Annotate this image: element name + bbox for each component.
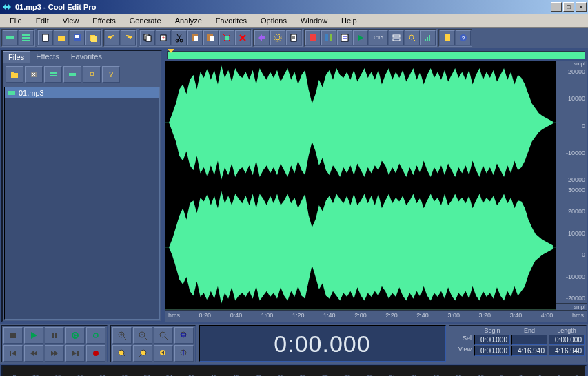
go-start-button[interactable] xyxy=(3,345,23,362)
minimize-button[interactable]: _ xyxy=(551,2,562,12)
properties-button[interactable] xyxy=(286,30,301,45)
zoom-controls-button[interactable] xyxy=(405,30,420,45)
trim-button[interactable] xyxy=(219,30,234,45)
edit-file-button[interactable] xyxy=(63,66,81,83)
undo-button[interactable] xyxy=(105,30,120,45)
rewind-button[interactable] xyxy=(24,345,43,362)
view-length[interactable]: 4:16.940 xyxy=(549,346,585,356)
edit-view-button[interactable] xyxy=(3,30,18,45)
file-item[interactable]: 01.mp3 xyxy=(5,87,159,98)
tab-effects[interactable]: Effects xyxy=(30,51,65,63)
close-file-button[interactable] xyxy=(25,66,43,83)
zoom-out-button[interactable] xyxy=(133,327,152,344)
settings-button[interactable] xyxy=(270,30,285,45)
transport-button[interactable] xyxy=(353,30,368,45)
play-view-button[interactable] xyxy=(65,327,85,344)
view-end[interactable]: 4:16.940 xyxy=(511,346,547,356)
record-button[interactable] xyxy=(86,345,105,362)
menu-window[interactable]: Window xyxy=(294,15,334,26)
time-display[interactable]: 0:00.000 xyxy=(199,325,446,362)
svg-rect-31 xyxy=(393,35,400,37)
copy-new-button[interactable]: + xyxy=(156,30,171,45)
view-begin[interactable]: 0:00.000 xyxy=(474,346,510,356)
svg-point-70 xyxy=(141,350,146,355)
svg-rect-51 xyxy=(52,333,54,338)
svg-point-14 xyxy=(180,39,183,42)
save-button[interactable] xyxy=(70,30,85,45)
menu-favorites[interactable]: Favorites xyxy=(209,15,254,26)
zoom-vertical-button[interactable] xyxy=(174,345,194,362)
insert-multitrack-button[interactable] xyxy=(44,66,62,83)
tab-files[interactable]: Files xyxy=(3,51,30,63)
zoom-full-button[interactable] xyxy=(154,327,173,344)
maximize-button[interactable]: □ xyxy=(563,2,574,12)
waveform-right-channel[interactable] xyxy=(165,185,556,310)
open-file-button[interactable] xyxy=(6,66,23,83)
menu-options[interactable]: Options xyxy=(254,15,294,26)
organizer-button[interactable] xyxy=(321,30,336,45)
menu-analyze[interactable]: Analyze xyxy=(168,15,209,26)
batch-button[interactable] xyxy=(85,30,101,45)
svg-rect-36 xyxy=(427,37,428,41)
menu-edit[interactable]: Edit xyxy=(29,15,56,26)
level-meter[interactable]: dB-72-69-66-63-60-57-54-51-48-45-42-39-3… xyxy=(1,365,587,376)
scripts-button[interactable] xyxy=(440,30,455,45)
level-meters-button[interactable] xyxy=(420,30,436,45)
play-button[interactable] xyxy=(24,327,43,344)
waveform-display[interactable] xyxy=(165,61,556,310)
multitrack-view-button[interactable] xyxy=(19,30,34,45)
stop-button[interactable] xyxy=(3,327,23,344)
advanced-options-button[interactable]: ⚙ xyxy=(83,66,101,83)
svg-rect-16 xyxy=(194,36,198,41)
zoom-selection-button[interactable] xyxy=(174,327,194,344)
convert-button[interactable] xyxy=(254,30,270,45)
overview-marker[interactable] xyxy=(168,49,174,53)
svg-rect-26 xyxy=(325,34,328,41)
svg-rect-3 xyxy=(22,40,30,41)
delete-button[interactable] xyxy=(235,30,250,45)
svg-rect-42 xyxy=(50,72,57,74)
svg-point-56 xyxy=(93,351,99,356)
go-end-button[interactable] xyxy=(65,345,85,362)
file-help-button[interactable]: ? xyxy=(102,66,120,83)
fast-forward-button[interactable] xyxy=(45,345,64,362)
zoom-in-left-button[interactable] xyxy=(112,345,132,362)
file-name: 01.mp3 xyxy=(19,89,44,97)
spectral-view-button[interactable] xyxy=(305,30,321,45)
svg-rect-18 xyxy=(210,36,214,41)
sel-view-button[interactable] xyxy=(389,30,404,45)
sel-length[interactable]: 0:00.000 xyxy=(549,335,585,345)
time-button[interactable]: 0:15 xyxy=(369,30,388,45)
titlebar[interactable]: 01.mp3 - Cool Edit Pro _ □ × xyxy=(0,0,588,14)
new-button[interactable] xyxy=(38,30,53,45)
copy-button[interactable] xyxy=(140,30,155,45)
mix-paste-button[interactable] xyxy=(203,30,219,45)
menu-effects[interactable]: Effects xyxy=(85,15,122,26)
help-button[interactable]: ? xyxy=(456,30,471,45)
cue-list-button[interactable] xyxy=(337,30,352,45)
overview-bar[interactable] xyxy=(167,51,585,59)
redo-button[interactable] xyxy=(121,30,136,45)
menu-generate[interactable]: Generate xyxy=(123,15,168,26)
file-list[interactable]: 01.mp3 xyxy=(4,87,160,320)
sel-end[interactable] xyxy=(511,335,547,345)
zoom-in-button[interactable] xyxy=(112,327,132,344)
zoom-prev-button[interactable] xyxy=(154,345,173,362)
menu-file[interactable]: File xyxy=(3,15,29,26)
svg-line-71 xyxy=(139,355,141,357)
pause-button[interactable] xyxy=(45,327,64,344)
open-button[interactable] xyxy=(54,30,69,45)
svg-rect-43 xyxy=(50,75,57,76)
paste-button[interactable] xyxy=(187,30,203,45)
zoom-in-right-button[interactable] xyxy=(133,345,152,362)
waveform-left-channel[interactable] xyxy=(165,61,556,185)
sel-begin[interactable]: 0:00.000 xyxy=(474,335,510,345)
svg-rect-38 xyxy=(445,34,450,41)
cut-button[interactable] xyxy=(172,30,187,45)
menu-help[interactable]: Help xyxy=(334,15,364,26)
play-loop-button[interactable] xyxy=(86,327,105,344)
menu-view[interactable]: View xyxy=(56,15,86,26)
tab-favorites[interactable]: Favorites xyxy=(65,51,108,63)
time-ruler[interactable]: hms 0:20 0:40 1:00 1:20 1:40 2:00 2:20 2… xyxy=(165,310,587,322)
close-button[interactable]: × xyxy=(576,2,587,12)
